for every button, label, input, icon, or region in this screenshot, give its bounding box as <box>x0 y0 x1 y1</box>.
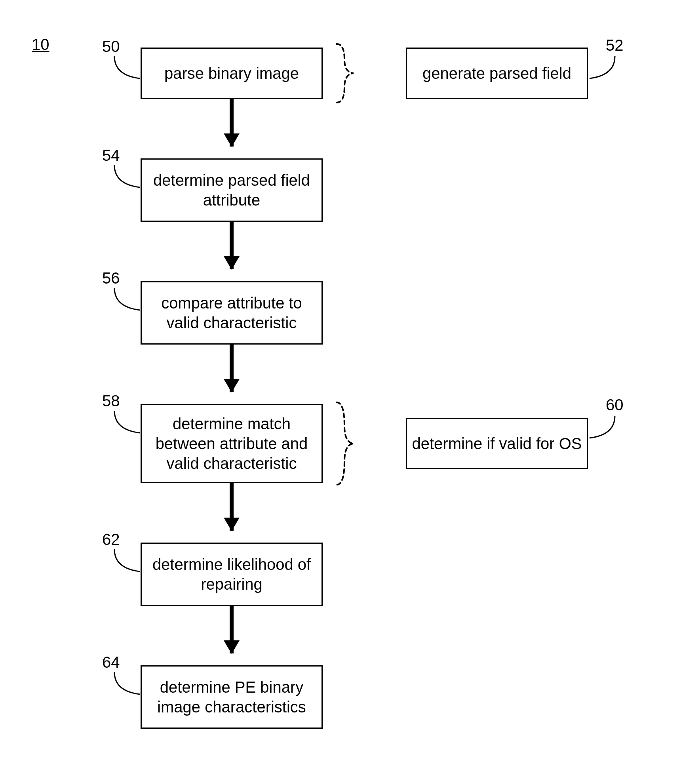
leader-54 <box>114 164 141 192</box>
step-56-box: compare attribute to valid characteristi… <box>141 281 323 345</box>
step-64-box: determine PE binary image characteristic… <box>141 665 323 729</box>
step-60-box: determine if valid for OS <box>406 418 588 469</box>
leader-64 <box>114 671 141 699</box>
arrow-56-58 <box>230 345 234 392</box>
leader-58 <box>114 410 141 438</box>
arrow-50-54 <box>230 99 234 147</box>
leader-52 <box>588 55 616 83</box>
step-62-text: determine likelihood of repairing <box>145 554 318 594</box>
leader-56 <box>114 287 141 315</box>
step-60-num: 60 <box>606 396 624 414</box>
arrow-54-56 <box>230 222 234 269</box>
step-54-num: 54 <box>102 147 120 164</box>
step-60-text: determine if valid for OS <box>412 434 582 453</box>
arrow-62-64 <box>230 606 234 653</box>
step-50-box: parse binary image <box>141 48 323 99</box>
brace-58-60 <box>331 400 358 487</box>
leader-62 <box>114 549 141 576</box>
step-50-num: 50 <box>102 38 120 55</box>
step-58-text: determine match between attribute and va… <box>145 414 318 473</box>
step-54-box: determine parsed field attribute <box>141 158 323 222</box>
arrow-58-62 <box>230 483 234 531</box>
step-64-text: determine PE binary image characteristic… <box>145 677 318 717</box>
leader-60 <box>588 415 616 443</box>
leader-50 <box>114 55 141 83</box>
step-62-box: determine likelihood of repairing <box>141 543 323 606</box>
step-58-box: determine match between attribute and va… <box>141 404 323 483</box>
step-64-num: 64 <box>102 653 120 671</box>
brace-50-52 <box>331 42 358 105</box>
step-52-num: 52 <box>606 36 624 54</box>
step-50-text: parse binary image <box>164 63 299 83</box>
step-52-text: generate parsed field <box>422 63 571 83</box>
flowchart-canvas: 10 parse binary image 50 generate parsed… <box>0 0 700 758</box>
step-58-num: 58 <box>102 392 120 410</box>
step-52-box: generate parsed field <box>406 48 588 99</box>
step-54-text: determine parsed field attribute <box>145 170 318 210</box>
step-62-num: 62 <box>102 531 120 549</box>
figure-id: 10 <box>32 36 49 53</box>
step-56-text: compare attribute to valid characteristi… <box>145 293 318 333</box>
step-56-num: 56 <box>102 269 120 287</box>
